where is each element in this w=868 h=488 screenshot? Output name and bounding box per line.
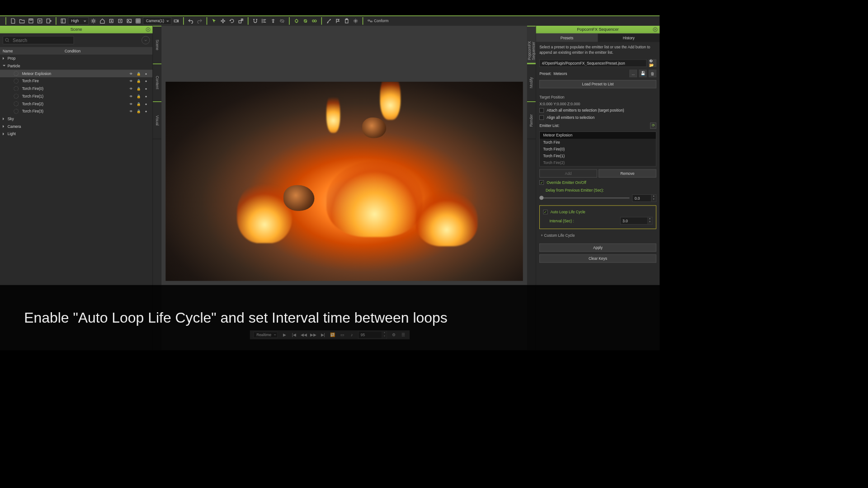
- apply-button[interactable]: Apply: [539, 244, 656, 252]
- preset-path-input[interactable]: [539, 59, 646, 67]
- hide-icon[interactable]: [278, 17, 286, 25]
- eye-icon[interactable]: 👁: [128, 109, 133, 113]
- image-icon[interactable]: [125, 17, 133, 25]
- delay-slider[interactable]: [539, 197, 629, 198]
- tree-node-sky[interactable]: Sky: [0, 115, 152, 123]
- tree-node-particle[interactable]: Particle: [0, 62, 152, 70]
- scale-icon[interactable]: [236, 17, 245, 25]
- autoloop-checkbox[interactable]: Auto Loop Life Cycle: [540, 208, 656, 216]
- delay-spinner[interactable]: ▲▼: [632, 194, 656, 202]
- redo-icon[interactable]: [195, 17, 203, 25]
- prev-frame-icon[interactable]: ◀◀: [301, 332, 307, 338]
- loop-icon[interactable]: 🔁: [330, 332, 336, 338]
- refresh-icon[interactable]: ⟳: [650, 122, 656, 129]
- new-file-icon[interactable]: [9, 17, 17, 25]
- eye-icon[interactable]: 👁: [128, 87, 133, 90]
- emitter-item[interactable]: Meteor Explosion: [540, 132, 656, 139]
- preset-dropdown[interactable]: Meteors: [553, 71, 627, 75]
- filter-icon[interactable]: [142, 36, 150, 44]
- eye-icon[interactable]: 👁: [128, 102, 133, 105]
- grid-icon[interactable]: [134, 17, 142, 25]
- tree-node-light[interactable]: Light: [0, 130, 152, 138]
- lock-icon[interactable]: 🔒: [136, 79, 141, 83]
- tab-presets[interactable]: Presets: [536, 33, 598, 42]
- side-tab-content[interactable]: Content: [153, 64, 161, 102]
- move-icon[interactable]: [219, 17, 227, 25]
- light-icon[interactable]: [90, 17, 98, 25]
- custom-lifecycle-toggle[interactable]: Custom Life Cycle: [536, 231, 660, 239]
- import-down-icon[interactable]: [107, 17, 115, 25]
- emitter-item[interactable]: Torch Fire: [540, 139, 656, 145]
- interval-spinner[interactable]: ▲▼: [620, 217, 652, 225]
- first-frame-icon[interactable]: |◀: [291, 332, 297, 338]
- side-tab-scene[interactable]: Scene: [153, 26, 161, 64]
- tree-item[interactable]: Torch Fire(2)👁🔒●: [0, 100, 152, 108]
- undo-icon[interactable]: [186, 17, 194, 25]
- tree-item[interactable]: Meteor Explosion👁🔒●: [0, 70, 152, 77]
- lock-icon[interactable]: 🔒: [136, 102, 141, 105]
- bone-icon[interactable]: [325, 17, 333, 25]
- emitter-item[interactable]: Torch Fire(2): [540, 159, 656, 166]
- open-file-icon[interactable]: [18, 17, 26, 25]
- override-checkbox[interactable]: Override Emitter On/Off: [536, 179, 660, 186]
- clipboard-icon[interactable]: [342, 17, 350, 25]
- tab-history[interactable]: History: [598, 33, 660, 42]
- home-icon[interactable]: [98, 17, 106, 25]
- search-input[interactable]: [3, 36, 74, 44]
- quality-dropdown[interactable]: High: [68, 17, 89, 25]
- lock-icon[interactable]: 🔒: [136, 71, 141, 75]
- select-icon[interactable]: [210, 17, 218, 25]
- flag-icon[interactable]: [334, 17, 342, 25]
- eye-icon[interactable]: 👁: [128, 79, 133, 83]
- add-button[interactable]: Add: [539, 169, 597, 178]
- eye-icon[interactable]: 👁: [128, 94, 133, 98]
- snap-icon[interactable]: [251, 17, 259, 25]
- tree-node-prop[interactable]: Prop: [0, 55, 152, 62]
- add-box-icon[interactable]: [116, 17, 124, 25]
- next-frame-icon[interactable]: ▶▶: [310, 332, 316, 338]
- last-frame-icon[interactable]: ▶|: [320, 332, 326, 338]
- delete-preset-icon[interactable]: 🗑: [649, 70, 656, 77]
- physics1-icon[interactable]: [292, 17, 300, 25]
- layout-icon[interactable]: [59, 17, 67, 25]
- camera-dropdown[interactable]: Camera(1): [143, 17, 171, 25]
- clear-keys-button[interactable]: Clear Keys: [539, 254, 656, 263]
- tree-item[interactable]: Torch Fire(3)👁🔒●: [0, 108, 152, 115]
- conform-button[interactable]: Conform: [366, 18, 390, 23]
- right-tab-sequencer[interactable]: PopcornFX Sequencer: [527, 26, 536, 64]
- save-as-icon[interactable]: [36, 17, 44, 25]
- eye-icon[interactable]: 👁: [128, 71, 133, 75]
- lock-icon[interactable]: 🔒: [136, 94, 141, 98]
- lock-icon[interactable]: 🔒: [136, 87, 141, 90]
- browse-icon[interactable]: �📂: [649, 59, 656, 67]
- rotate-icon[interactable]: [228, 17, 236, 25]
- save-icon[interactable]: [27, 17, 35, 25]
- audio-icon[interactable]: ♪: [349, 332, 355, 338]
- close-icon[interactable]: [146, 27, 151, 32]
- right-tab-modify[interactable]: Modify: [527, 64, 536, 102]
- more-icon[interactable]: ...: [629, 70, 637, 77]
- settings-icon[interactable]: ⚙: [391, 332, 397, 338]
- attach-checkbox[interactable]: Attach all emitters to selection (target…: [536, 107, 660, 114]
- align-left-icon[interactable]: [260, 17, 268, 25]
- frame-spinner[interactable]: ▲▼: [358, 331, 387, 339]
- settings-icon[interactable]: [351, 17, 359, 25]
- align-center-icon[interactable]: [269, 17, 277, 25]
- tree-item[interactable]: Torch Fire(0)👁🔒●: [0, 85, 152, 93]
- align-checkbox[interactable]: Align all emitters to selection: [536, 114, 660, 121]
- export-icon[interactable]: [45, 17, 53, 25]
- save-preset-icon[interactable]: 💾: [639, 70, 647, 77]
- tree-item[interactable]: Torch Fire(1)👁🔒●: [0, 92, 152, 100]
- emitter-item[interactable]: Torch Fire(0): [540, 145, 656, 152]
- play-icon[interactable]: ▶: [281, 332, 288, 338]
- remove-button[interactable]: Remove: [599, 169, 656, 178]
- tree-node-camera[interactable]: Camera: [0, 122, 152, 130]
- side-tab-visual[interactable]: Visual: [153, 101, 161, 139]
- lock-icon[interactable]: 🔒: [136, 109, 141, 113]
- tree-item[interactable]: Torch Fire👁🔒●: [0, 77, 152, 85]
- emitter-item[interactable]: Torch Fire(1): [540, 152, 656, 159]
- physics3-icon[interactable]: [310, 17, 318, 25]
- load-preset-button[interactable]: Load Preset to List: [539, 80, 656, 88]
- camera-icon[interactable]: [172, 17, 180, 25]
- list-icon[interactable]: ☰: [400, 332, 406, 338]
